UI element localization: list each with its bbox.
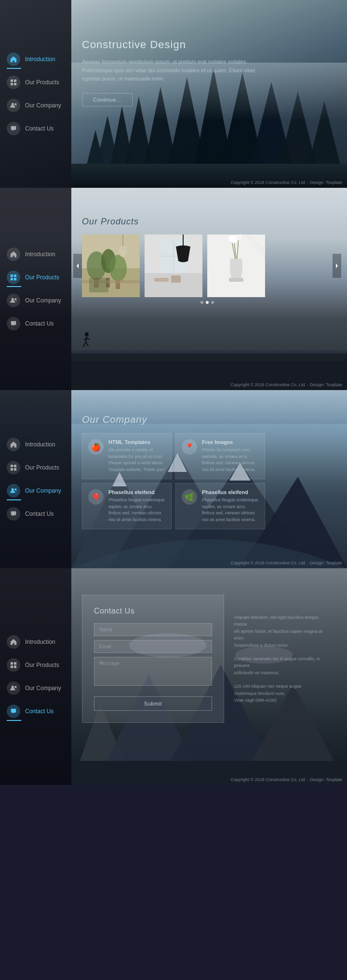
svg-line-24 <box>86 342 88 346</box>
dot-2[interactable] <box>206 301 209 304</box>
users-icon <box>7 99 20 112</box>
company-icon-4: 🌿 <box>182 489 197 505</box>
company-card-1: 🍎 HTML Templates We provide a variety of… <box>82 433 172 479</box>
grid-icon <box>7 76 20 89</box>
sidebar-item-our-products[interactable]: Our Products <box>0 71 71 94</box>
sidebar-label-contact-4: Contact Us <box>25 708 53 715</box>
svg-line-23 <box>83 342 86 347</box>
copyright-1: Copyright © 2018 Constructive Co. Ltd. -… <box>230 180 342 185</box>
sidebar-label-intro-3: Introduction <box>25 441 55 448</box>
svg-rect-73 <box>14 465 16 467</box>
continue-button[interactable]: Continue... <box>82 93 133 106</box>
company-icon-3: 🎈 <box>88 489 104 505</box>
sidebar-item-company-3[interactable]: Our Company <box>0 479 71 502</box>
company-icon-2: 📍 <box>182 439 197 455</box>
company-card-text-4: Phasellus feugiat scelerisque sapien, ac… <box>202 497 259 523</box>
sidebar-item-our-company[interactable]: Our Company <box>0 94 71 117</box>
company-card-title-4: Phasellus eleifend <box>202 489 259 495</box>
sidebar-item-products-4[interactable]: Our Products <box>0 653 71 677</box>
company-card-text-2: Photos by Unsplash.com website, ac ornar… <box>202 447 259 473</box>
grid-icon-2 <box>7 271 20 284</box>
sidebar-item-products-2[interactable]: Our Products <box>0 266 71 289</box>
message-input[interactable] <box>94 657 212 686</box>
svg-rect-14 <box>11 83 13 85</box>
sidebar-item-products-3[interactable]: Our Products <box>0 456 71 479</box>
sidebar-label-intro-4: Introduction <box>25 639 55 645</box>
sidebar-label-company-4: Our Company <box>25 685 61 692</box>
dot-1[interactable] <box>200 301 203 304</box>
company-card-title-2: Free Images <box>202 439 259 445</box>
grid-icon-3 <box>7 461 20 474</box>
email-input[interactable] <box>94 640 212 653</box>
users-icon-2 <box>7 294 20 307</box>
svg-rect-75 <box>14 468 16 470</box>
svg-rect-20 <box>71 351 347 353</box>
sidebar-item-contact-2[interactable]: Contact Us <box>0 312 71 335</box>
svg-line-26 <box>87 338 90 340</box>
sidebar-item-contact-4[interactable]: Contact Us <box>0 700 71 723</box>
company-card-text-1: We provide a variety of templates for yo… <box>108 447 165 473</box>
company-card-title-1: HTML Templates <box>108 439 165 445</box>
product-card-3 <box>207 235 265 297</box>
sidebar-item-contact-us[interactable]: Contact Us <box>0 117 71 140</box>
company-card-title-3: Phasellus eleifend <box>108 489 165 495</box>
sidebar-item-intro-4[interactable]: Introduction <box>0 630 71 653</box>
svg-point-32 <box>14 298 16 300</box>
sidebar-label-products-3: Our Products <box>25 464 59 471</box>
company-card-3: 🎈 Phasellus eleifend Phasellus feugiat s… <box>82 483 172 529</box>
sidebar-label-contact-us: Contact Us <box>25 125 53 132</box>
sidebar: Introduction Our Products Our Company <box>0 0 71 188</box>
sidebar-label-company-2: Our Company <box>25 297 61 304</box>
sidebar-item-company-4[interactable]: Our Company <box>0 677 71 700</box>
sidebar-item-company-2[interactable]: Our Company <box>0 289 71 312</box>
sidebar-label-contact-2: Contact Us <box>25 320 53 327</box>
home-icon <box>7 52 20 66</box>
intro-text: Aenean fermentum vestibulum ipsum, ut pr… <box>82 58 265 83</box>
company-card-4: 🌿 Phasellus eleifend Phasellus feugiat s… <box>175 483 265 529</box>
svg-rect-50 <box>154 278 169 282</box>
home-icon-3 <box>7 438 20 451</box>
carousel-dots <box>82 301 333 304</box>
address-text-2: Curabitur venenatis leo in augue convall… <box>234 655 333 676</box>
company-card-text-3: Phasellus feugiat scelerisque sapien, ac… <box>108 497 165 523</box>
svg-rect-12 <box>11 79 13 82</box>
chat-icon-4 <box>7 705 20 718</box>
address-text-3: 120-240 Aliquam nec neque augue Sceleris… <box>234 683 333 704</box>
sidebar-contact: Introduction Our Products Our Company <box>0 568 71 785</box>
svg-point-21 <box>85 332 89 336</box>
sidebar-item-intro-3[interactable]: Introduction <box>0 433 71 456</box>
copyright-4: Copyright © 2018 Constructive Co. Ltd. -… <box>230 777 342 782</box>
submit-button[interactable]: Submit <box>94 696 212 711</box>
sidebar-item-contact-3[interactable]: Contact Us <box>0 502 71 525</box>
svg-rect-13 <box>14 79 16 82</box>
svg-rect-53 <box>229 278 243 282</box>
svg-point-43 <box>119 246 127 257</box>
dot-3[interactable] <box>211 301 214 304</box>
home-icon-4 <box>7 635 20 649</box>
carousel-prev[interactable] <box>73 254 82 278</box>
product-card-2 <box>145 235 202 297</box>
svg-rect-41 <box>82 280 140 283</box>
svg-rect-30 <box>14 278 16 280</box>
users-icon-3 <box>7 484 20 497</box>
copyright-2: Copyright © 2018 Constructive Co. Ltd. -… <box>230 382 342 387</box>
sidebar-item-introduction-2[interactable]: Introduction <box>0 243 71 266</box>
name-input[interactable] <box>94 623 212 636</box>
svg-rect-74 <box>11 468 13 470</box>
home-icon-2 <box>7 248 20 261</box>
svg-point-17 <box>14 103 16 105</box>
chat-icon <box>7 122 20 135</box>
svg-point-37 <box>109 255 127 282</box>
svg-rect-51 <box>171 275 181 283</box>
grid-icon-4 <box>7 658 20 672</box>
sidebar-item-introduction[interactable]: Introduction <box>0 48 71 71</box>
svg-point-90 <box>14 686 16 688</box>
sidebar-label-contact-3: Contact Us <box>25 510 53 517</box>
address-text-1: Aliquam interdum, nisl eget faucibus tem… <box>234 614 333 649</box>
carousel-next[interactable] <box>333 254 341 278</box>
svg-rect-85 <box>11 662 13 665</box>
contact-heading: Contact Us <box>94 607 212 615</box>
company-icon-1: 🍎 <box>88 439 104 455</box>
intro-title: Constructive Design <box>82 39 328 51</box>
svg-rect-28 <box>14 274 16 277</box>
